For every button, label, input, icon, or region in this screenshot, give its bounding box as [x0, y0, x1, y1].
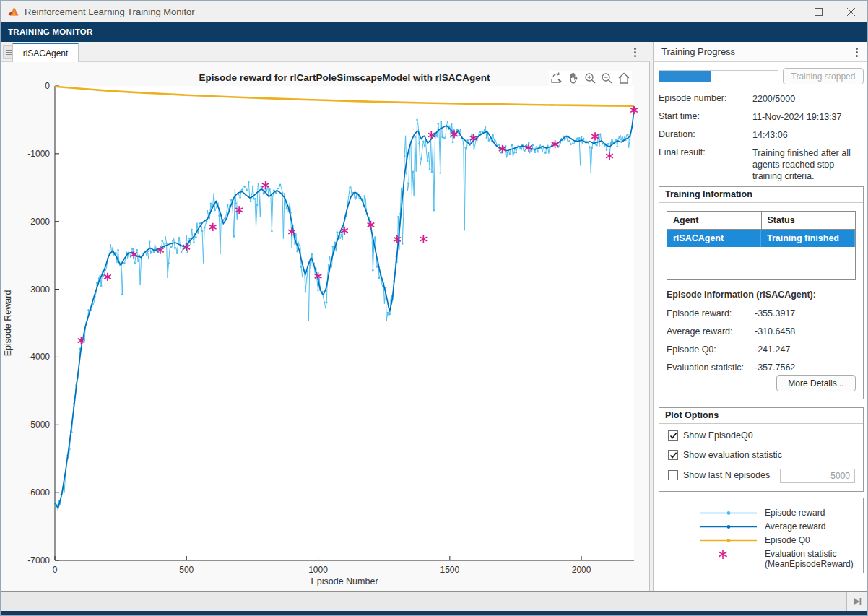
agent-status-table: Agent Status rlSACAgent Training finishe…	[667, 211, 856, 280]
legend-entry-evaluation-statistic: Evaluation statistic (MeanEpisodeReward)	[659, 547, 863, 571]
training-information-title: Training Information	[659, 187, 863, 203]
checkbox-label: Show EpisodeQ0	[683, 430, 753, 441]
training-progress-bar	[659, 70, 778, 82]
evaluation-statistic-value: -357.7562	[755, 363, 795, 373]
checkbox-icon[interactable]	[668, 430, 678, 441]
svg-text:500: 500	[179, 565, 194, 575]
skip-to-end-icon[interactable]	[852, 597, 862, 607]
episode-q0-label: Episode Q0:	[667, 344, 716, 355]
episode-number-label: Episode number:	[659, 93, 727, 103]
legend-label: Average reward	[765, 521, 826, 532]
home-icon[interactable]	[617, 72, 630, 84]
chart-title: Episode reward for rlCartPoleSimscapeMod…	[55, 72, 634, 83]
close-button[interactable]	[835, 1, 867, 22]
svg-text:Episode Reward: Episode Reward	[3, 290, 13, 357]
checkbox-label: Show evaluation statistic	[683, 450, 782, 460]
svg-text:-3000: -3000	[27, 285, 50, 295]
legend-panel: Episode reward Average reward Episode Q0…	[659, 498, 864, 573]
legend-entry-episode-reward: Episode reward	[659, 506, 863, 520]
average-reward-marker-icon	[699, 520, 758, 534]
document-tab-bar: rlSACAgent	[1, 42, 650, 62]
start-time-value: 11-Nov-2024 19:13:37	[752, 111, 862, 123]
svg-text:-7000: -7000	[27, 555, 50, 565]
reward-chart[interactable]: 0-1000-2000-3000-4000-5000-6000-70000500…	[1, 62, 650, 591]
axes-toolbar	[549, 71, 632, 85]
svg-text:-5000: -5000	[27, 420, 50, 430]
evaluation-statistic-label: Evaluation statistic:	[667, 363, 744, 373]
evaluation-statistic-marker-icon	[699, 547, 758, 561]
episode-number-value: 2200/5000	[752, 93, 862, 105]
start-time-label: Start time:	[659, 111, 700, 121]
legend-label: Evaluation statistic (MeanEpisodeReward)	[765, 549, 854, 569]
training-stopped-button[interactable]: Training stopped	[783, 68, 864, 84]
final-result-label: Final result:	[659, 147, 706, 157]
final-result-value: Training finished after all agents reach…	[752, 147, 862, 182]
training-information-section: Training Information Agent Status rlSACA…	[659, 186, 864, 399]
checkbox-icon[interactable]	[668, 450, 678, 460]
bottom-status-bar	[1, 591, 867, 611]
average-reward-label: Average reward:	[667, 326, 733, 337]
n-episodes-input[interactable]	[780, 469, 855, 483]
kebab-icon[interactable]	[628, 45, 641, 59]
show-last-n-episodes-checkbox[interactable]: Show last N episodes	[668, 470, 770, 480]
checkbox-icon[interactable]	[668, 470, 678, 480]
zoom-out-icon[interactable]	[601, 72, 613, 84]
episode-reward-marker-icon	[699, 506, 758, 520]
kebab-icon[interactable]	[850, 45, 863, 59]
pan-icon[interactable]	[568, 72, 580, 84]
legend-entry-average-reward: Average reward	[659, 520, 863, 534]
svg-text:1500: 1500	[440, 565, 459, 575]
table-row[interactable]: rlSACAgent Training finished	[667, 230, 855, 247]
table-header-row: Agent Status	[667, 212, 855, 230]
agent-column-header: Agent	[667, 212, 762, 229]
average-reward-value: -310.6458	[755, 326, 795, 337]
show-evaluation-statistic-checkbox[interactable]: Show evaluation statistic	[668, 450, 782, 460]
tab-rlsacagent[interactable]: rlSACAgent	[12, 43, 79, 62]
export-icon[interactable]	[550, 72, 563, 84]
tab-label: rlSACAgent	[23, 48, 69, 58]
duration-value: 14:43:06	[752, 129, 862, 141]
titlebar: Reinforcement Learning Training Monitor	[1, 1, 867, 22]
svg-text:2000: 2000	[572, 565, 591, 575]
duration-label: Duration:	[659, 129, 695, 139]
app-window: Reinforcement Learning Training Monitor …	[0, 0, 868, 616]
panel-title: Training Progress	[654, 42, 868, 62]
episode-information-title: Episode Information (rlSACAgent):	[667, 290, 816, 300]
svg-text:0: 0	[45, 81, 50, 91]
status-cell: Training finished	[761, 230, 855, 247]
training-progress-header: Training Progress	[653, 42, 868, 62]
svg-text:-6000: -6000	[27, 487, 50, 498]
matlab-logo-icon	[7, 6, 19, 17]
window-title: Reinforcement Learning Training Monitor	[25, 6, 195, 17]
agent-cell: rlSACAgent	[667, 230, 761, 247]
toolstrip-tab-label[interactable]: TRAINING MONITOR	[1, 22, 867, 42]
status-column-header: Status	[762, 212, 856, 229]
show-episodeq0-checkbox[interactable]: Show EpisodeQ0	[668, 430, 753, 441]
figure-panel: 0-1000-2000-3000-4000-5000-6000-70000500…	[1, 62, 650, 591]
episode-reward-value: -355.3917	[755, 308, 795, 318]
svg-text:-2000: -2000	[27, 217, 50, 227]
svg-text:-1000: -1000	[27, 149, 50, 159]
svg-text:0: 0	[53, 565, 58, 575]
plot-options-section: Plot Options Show EpisodeQ0 Show evaluat…	[659, 407, 864, 492]
maximize-button[interactable]	[802, 1, 835, 22]
taskbar-edge	[1, 611, 867, 616]
legend-label: Episode reward	[765, 508, 825, 518]
toolstrip: TRAINING MONITOR	[1, 22, 867, 42]
legend-label: Episode Q0	[765, 535, 810, 545]
svg-text:-4000: -4000	[27, 352, 50, 362]
svg-text:Episode Number: Episode Number	[311, 576, 378, 586]
episode-q0-value: -241.247	[755, 344, 790, 355]
minimize-button[interactable]	[770, 1, 802, 22]
plot-options-title: Plot Options	[659, 408, 863, 424]
checkbox-label: Show last N episodes	[683, 470, 770, 480]
svg-text:1000: 1000	[308, 565, 328, 575]
legend-entry-episode-q0: Episode Q0	[659, 534, 863, 547]
progress-fill	[659, 71, 711, 82]
zoom-in-icon[interactable]	[584, 72, 596, 84]
table-empty-area	[667, 247, 855, 279]
episode-reward-label: Episode reward:	[667, 308, 732, 318]
training-progress-panel: Training stopped Episode number: 2200/50…	[653, 62, 868, 591]
episode-q0-marker-icon	[699, 534, 758, 547]
more-details-button[interactable]: More Details...	[776, 375, 856, 391]
